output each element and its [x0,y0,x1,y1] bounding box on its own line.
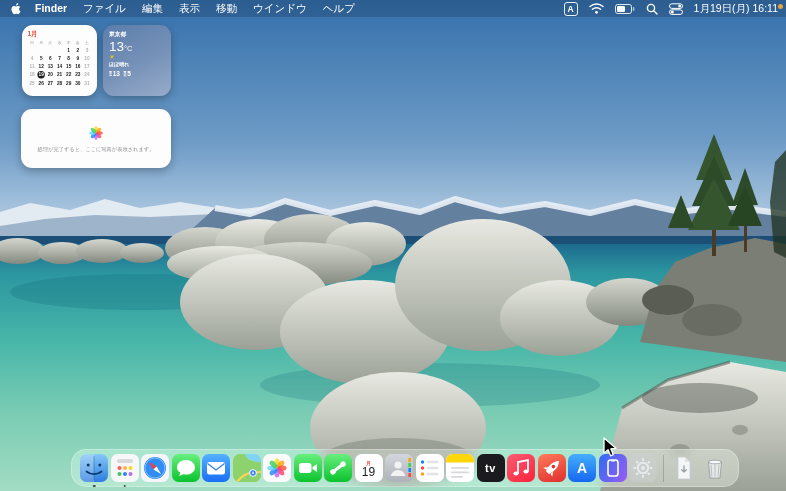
facetime-icon [294,454,322,482]
calendar-day: 27 [46,79,55,87]
calendar-day: 21 [55,71,64,79]
dock: 月19tvA [71,449,739,487]
input-source-badge[interactable]: A [564,2,578,16]
dock-notes[interactable] [446,454,474,482]
dock-music[interactable] [507,454,535,482]
battery-icon[interactable] [615,4,635,14]
calendar-day: 3 [82,46,91,54]
sun-icon: ☀ [109,54,165,60]
photos-placeholder-text: 処理が完了すると、ここに写真が表示されます。 [38,146,155,153]
calendar-day: 2 [73,46,82,54]
dock-mail[interactable] [202,454,230,482]
calendar-day: 11 [28,62,37,70]
dock-appstore[interactable]: A [568,454,596,482]
maps-icon [233,454,261,482]
menu-item-finder[interactable]: Finder [27,2,75,14]
calendar-day [46,46,55,54]
dock-trash[interactable] [701,454,729,482]
dock-rocket-app[interactable] [538,454,566,482]
calendar-grid: 日月火水木金土123456789101112131415161718192021… [28,40,92,87]
weather-low-label: 最低 [123,70,126,76]
menu-item-window[interactable]: ウインドウ [245,2,315,14]
calendar-icon: 月19 [355,454,383,482]
calendar-day: 25 [28,79,37,87]
tv-icon: tv [477,454,505,482]
calendar-day: 16 [73,62,82,70]
mouse-cursor [603,437,618,463]
desktop: Finderファイル編集表示移動ウインドウヘルプ A [0,0,786,491]
dock-finder[interactable] [80,454,108,482]
rocket-app-icon [538,454,566,482]
calendar-day [55,46,64,54]
apple-menu[interactable] [8,2,27,15]
dock-safari[interactable] [141,454,169,482]
messages-icon [172,454,200,482]
dock-reminders[interactable] [416,454,444,482]
calendar-day: 6 [46,54,55,62]
menu-item-edit[interactable]: 編集 [134,2,171,14]
photos-icon [263,454,291,482]
dock-calendar[interactable]: 月19 [355,454,383,482]
launchpad-icon [111,454,139,482]
dock-photos[interactable] [263,454,291,482]
weather-condition: ほぼ晴れ [109,61,165,68]
menu-item-go[interactable]: 移動 [208,2,245,14]
calendar-day: 10 [82,54,91,62]
photos-widget[interactable]: 処理が完了すると、ここに写真が表示されます。 [21,109,171,168]
reminders-icon [416,454,444,482]
weather-high-low: 最高 13 最低 5 [109,70,165,78]
calendar-day: 5 [37,54,46,62]
calendar-widget[interactable]: 1月 日月火水木金土123456789101112131415161718192… [22,25,97,96]
calendar-day: 15 [64,62,73,70]
music-icon [507,454,535,482]
calendar-day: 12 [37,62,46,70]
dock-downloads[interactable] [670,454,698,482]
dock-contacts[interactable] [385,454,413,482]
menu-bar-clock[interactable]: 1月19日(月) 16:11 [694,2,778,16]
menu-item-help[interactable]: ヘルプ [315,2,363,14]
calendar-day: 28 [55,79,64,87]
recording-indicator-dot [778,4,783,9]
weather-location: 東京都 [109,31,165,39]
calendar-day: 29 [64,79,73,87]
dock-messages[interactable] [172,454,200,482]
dock-facetime[interactable] [294,454,322,482]
menu-item-view[interactable]: 表示 [171,2,208,14]
calendar-today: 19 [37,71,46,79]
weather-high-label: 最高 [109,70,112,76]
menu-item-file[interactable]: ファイル [75,2,134,14]
mail-icon [202,454,230,482]
calendar-day: 13 [46,62,55,70]
settings-icon [629,454,657,482]
menu-bar: Finderファイル編集表示移動ウインドウヘルプ A [0,0,786,17]
calendar-day: 23 [73,71,82,79]
dock-maps[interactable] [233,454,261,482]
calendar-day: 17 [82,62,91,70]
weather-high-value: 13 [113,70,120,78]
dock-launchpad[interactable] [111,454,139,482]
apple-logo-icon [10,2,21,15]
phone-icon [324,454,352,482]
calendar-day: 24 [82,71,91,79]
dock-divider [663,455,664,482]
dock-phone[interactable] [324,454,352,482]
calendar-day: 18 [28,71,37,79]
photos-flower-icon [87,124,105,142]
notes-icon [446,454,474,482]
dock-settings[interactable] [629,454,657,482]
weather-widget[interactable]: 東京都 13°C ☀ ほぼ晴れ 最高 13 最低 5 [103,25,171,96]
weather-temperature: 13°C [109,39,165,53]
calendar-day [37,46,46,54]
safari-icon [141,454,169,482]
dock-tv[interactable]: tv [477,454,505,482]
finder-icon [80,454,108,482]
calendar-day: 4 [28,54,37,62]
appstore-icon: A [568,454,596,482]
search-icon[interactable] [646,3,658,15]
calendar-day: 30 [73,79,82,87]
calendar-day: 9 [73,54,82,62]
wifi-icon[interactable] [589,3,604,14]
calendar-month-label: 1月 [28,30,92,39]
calendar-day [28,46,37,54]
control-center-icon[interactable] [669,3,683,15]
